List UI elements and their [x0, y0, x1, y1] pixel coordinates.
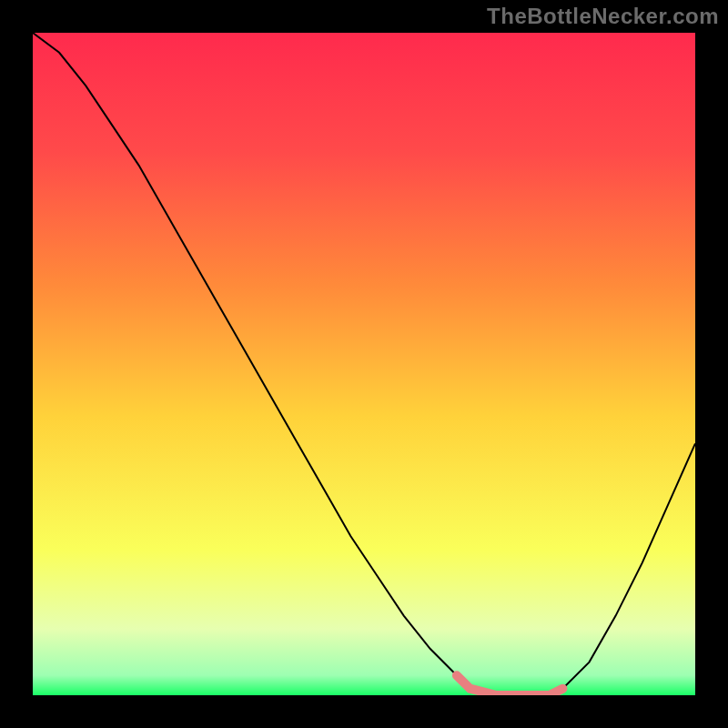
chart-svg	[33, 33, 695, 695]
watermark: TheBottleNecker.com	[487, 4, 719, 29]
gradient-background	[33, 33, 695, 695]
chart-container: TheBottleNecker.com	[0, 0, 728, 728]
bottleneck-chart	[33, 33, 695, 695]
